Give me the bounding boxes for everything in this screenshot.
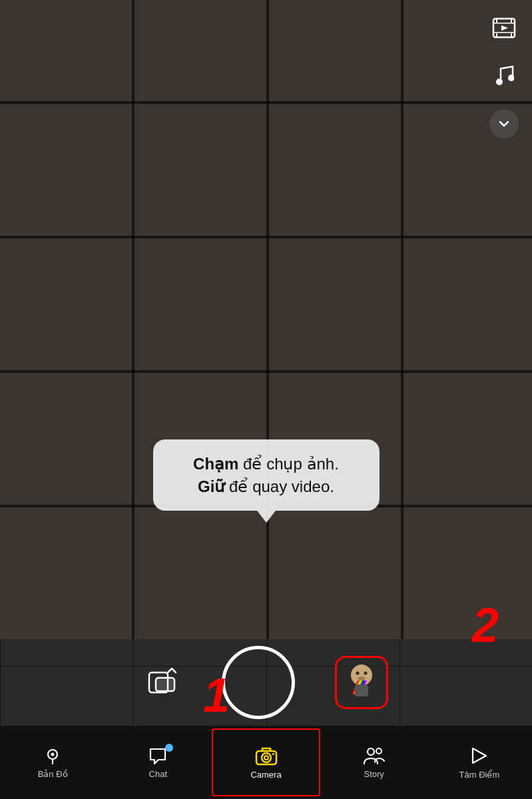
svg-rect-2	[493, 32, 515, 33]
svg-rect-4	[511, 19, 512, 23]
annotation-label-1: 1	[203, 668, 230, 722]
nav-label-score: Tâm Điểm	[459, 770, 500, 780]
tooltip-tap-bold: Chạm	[193, 455, 238, 473]
svg-point-21	[264, 756, 268, 760]
chat-icon	[148, 746, 168, 765]
nav-item-story[interactable]: Story	[322, 726, 427, 799]
nav-label-story: Story	[364, 769, 384, 779]
camera-tooltip: Chạm để chụp ảnh. Giữ để quay video.	[153, 439, 380, 511]
right-toolbar	[489, 13, 519, 138]
annotation-label-2: 2	[472, 598, 499, 653]
chat-notification-dot	[165, 744, 173, 752]
svg-rect-3	[496, 19, 497, 23]
svg-marker-7	[501, 25, 508, 31]
chevron-down-icon[interactable]	[489, 109, 519, 138]
shutter-button[interactable]	[222, 646, 295, 719]
svg-point-20	[262, 753, 271, 762]
flip-camera-button[interactable]	[144, 664, 182, 701]
nav-label-map: Bản Đồ	[38, 769, 68, 779]
svg-point-8	[496, 79, 503, 85]
score-icon	[470, 746, 489, 766]
svg-rect-1	[493, 23, 515, 24]
camera-icon	[255, 746, 278, 766]
svg-point-15	[358, 676, 366, 680]
camera-controls	[0, 646, 532, 719]
nav-item-chat[interactable]: Chat	[105, 726, 210, 799]
filmstrip-icon[interactable]	[489, 13, 519, 43]
svg-point-18	[51, 752, 55, 756]
nav-label-chat: Chat	[149, 769, 167, 779]
svg-point-9	[508, 75, 514, 81]
svg-point-24	[376, 748, 382, 754]
nav-label-camera: Camera	[250, 770, 281, 780]
tooltip-hold-bold: Giữ	[198, 477, 224, 495]
map-icon	[43, 746, 62, 765]
svg-marker-25	[473, 748, 486, 763]
svg-point-23	[368, 748, 374, 755]
nav-item-score[interactable]: Tâm Điểm	[427, 726, 532, 799]
svg-point-14	[364, 672, 367, 675]
tile-overlay	[0, 0, 532, 639]
svg-rect-16	[355, 684, 368, 696]
story-icon	[363, 746, 386, 765]
tooltip-hold-rest: để quay video.	[224, 477, 334, 495]
tooltip-tap-rest: để chụp ảnh.	[238, 455, 338, 473]
bottom-navigation: Bản Đồ Chat Camera	[0, 726, 532, 799]
nav-item-map[interactable]: Bản Đồ	[0, 726, 105, 799]
svg-rect-5	[496, 33, 497, 37]
svg-rect-6	[511, 33, 512, 37]
svg-rect-22	[272, 753, 274, 755]
story-avatar-button[interactable]	[335, 656, 388, 709]
svg-rect-11	[156, 678, 174, 691]
nav-item-camera[interactable]: Camera	[212, 728, 320, 796]
svg-point-13	[356, 672, 359, 675]
music-icon[interactable]	[489, 61, 519, 91]
